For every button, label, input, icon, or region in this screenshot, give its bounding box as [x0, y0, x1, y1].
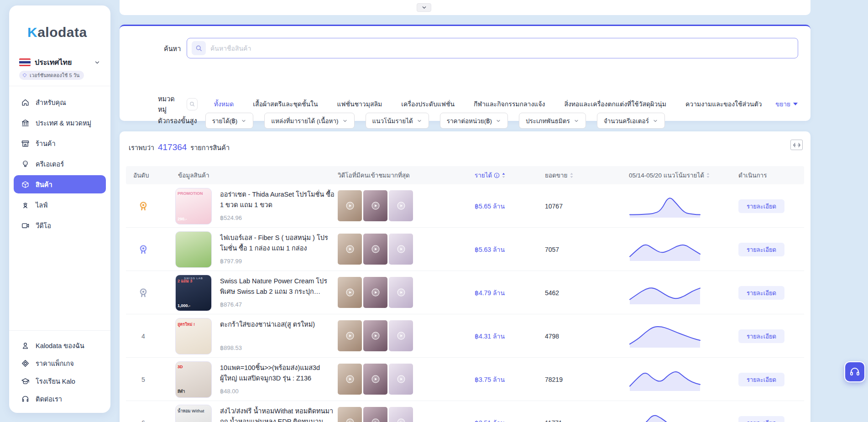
sidebar-item[interactable]: สินค้า — [14, 175, 106, 193]
category-tab[interactable]: กีฬาและกิจกรรมกลางแจ้ง — [474, 99, 545, 109]
detail-button[interactable]: รายละเอียด — [738, 199, 784, 213]
user-icon — [21, 341, 30, 350]
product-image[interactable]: SWISS LAB2 แถม 31,000.- — [175, 275, 212, 311]
sidebar-item[interactable]: สำหรับคุณ — [14, 93, 106, 111]
category-tab[interactable]: แฟชั่นชาวมุสลิม — [337, 99, 382, 109]
product-image[interactable] — [175, 231, 212, 268]
category-tab[interactable]: เสื้อผ้าสตรีและชุดชั้นใน — [253, 99, 318, 109]
category-label: หมวดหมู่ — [158, 94, 180, 115]
product-image[interactable]: สูตรใหม่ ! — [175, 318, 212, 354]
video-icon — [21, 221, 30, 230]
sidebar-item[interactable]: วีดีโอ — [14, 216, 106, 234]
video-thumbnail[interactable] — [389, 364, 413, 395]
sidebar-footer-item[interactable]: โรงเรียน Kalo — [14, 372, 106, 390]
detail-button[interactable]: รายละเอียด — [738, 416, 784, 422]
sidebar-item-label: ติดต่อเรา — [36, 394, 62, 404]
revenue-trend-sparkline — [628, 236, 702, 262]
product-price: ฿48.00 — [220, 388, 239, 395]
category-tab[interactable]: ความงามและของใช้ส่วนตัว — [685, 99, 762, 109]
sidebar-menu: สำหรับคุณประเทศ & หมวดหมู่ร้านค้าครีเอเต… — [14, 93, 106, 237]
video-thumbnail[interactable] — [363, 234, 387, 265]
video-thumbnail[interactable] — [363, 364, 387, 395]
sidebar-item-label: ร้านค้า — [36, 138, 56, 149]
product-price: ฿797.99 — [220, 258, 242, 265]
header-revenue[interactable]: รายได้ — [475, 166, 506, 184]
collapse-button[interactable] — [417, 3, 431, 12]
video-thumbnail[interactable] — [363, 407, 387, 422]
category-tab[interactable]: สิ่งทอและเครื่องตกแต่งที่ใช้วัสดุผิวนุ่ม — [564, 99, 666, 109]
detail-button[interactable]: รายละเอียด — [738, 373, 784, 386]
video-thumbnail[interactable] — [338, 277, 362, 308]
sort-icon[interactable] — [570, 172, 574, 178]
category-row: หมวดหมู่ ทั้งหมดเสื้อผ้าสตรีและชุดชั้นใน… — [158, 94, 804, 115]
advanced-filter-dropdown[interactable]: ประเภทพันธมิตร — [519, 113, 586, 129]
video-thumbnail[interactable] — [338, 190, 362, 221]
video-thumbnail[interactable] — [389, 234, 413, 265]
sidebar-item[interactable]: ครีเอเตอร์ — [14, 155, 106, 173]
expand-table-button[interactable] — [790, 140, 803, 150]
sort-icon[interactable] — [502, 172, 506, 178]
contact-fab-button[interactable] — [844, 361, 865, 382]
category-tab[interactable]: เครื่องประดับแฟชั่น — [401, 99, 455, 109]
detail-button[interactable]: รายละเอียด — [738, 329, 784, 343]
product-title[interactable]: ส่งไว/ส่งฟรี น้ำหอมWithat หอมติดทนมา กก … — [220, 406, 335, 422]
category-search-button[interactable] — [187, 98, 198, 110]
video-thumbnail[interactable] — [338, 364, 362, 395]
trial-badge-label: เวอร์ชันทดลองใช้ 5 วัน — [30, 71, 79, 79]
video-thumbnail[interactable] — [338, 320, 362, 351]
filter-panel: ค้นหา หมวดหมู่ ทั้งหมดเสื้อผ้าสตรีและชุด… — [120, 25, 810, 121]
product-title[interactable]: ไฟเบอร์เอส - Fiber S ( บอสหนุ่ม ) โปรโมช… — [220, 233, 335, 254]
sidebar-footer-item[interactable]: ราคาแพ็กเกจ — [14, 354, 106, 372]
sidebar-item[interactable]: ร้านค้า — [14, 134, 106, 152]
video-thumbnail[interactable] — [389, 320, 413, 351]
product-title[interactable]: ออร่าเซต - Thida AuraSet โปรโมชั่น ซื้อ … — [220, 189, 335, 210]
sidebar-footer-item[interactable]: ติดต่อเรา — [14, 390, 106, 407]
advanced-filter-dropdown[interactable]: ราคาต่อหน่วย(฿) — [440, 113, 508, 129]
sidebar-footer-menu: Kalodata ของฉันราคาแพ็กเกจโรงเรียน Kaloต… — [14, 337, 106, 408]
sort-icon[interactable] — [706, 172, 710, 178]
play-icon — [371, 201, 380, 210]
video-thumbnails — [338, 320, 413, 351]
sales-value: 78219 — [545, 358, 563, 401]
product-title[interactable]: Swiss Lab Nature Power Cream โปรพิเศษ Sw… — [220, 276, 335, 297]
advanced-filter-dropdown[interactable]: รายได้(฿) — [205, 113, 254, 129]
video-thumbnail[interactable] — [389, 277, 413, 308]
advanced-filter-dropdown[interactable]: จำนวนครีเอเตอร์ — [597, 113, 665, 129]
sidebar-item[interactable]: ไลฟ์ — [14, 196, 106, 214]
search-label: ค้นหา — [164, 43, 181, 54]
expand-categories-link[interactable]: ขยาย — [775, 99, 798, 109]
chevron-down-icon — [94, 59, 100, 66]
detail-button[interactable]: รายละเอียด — [738, 243, 784, 256]
product-image[interactable]: 3Dสีดำ — [175, 361, 212, 398]
country-selector[interactable]: ประเทศไทย — [19, 57, 100, 68]
video-thumbnail[interactable] — [389, 190, 413, 221]
product-image[interactable]: น้ำหอม Withat — [175, 405, 212, 422]
header-rank: อันดับ — [133, 166, 149, 184]
video-thumbnail[interactable] — [363, 190, 387, 221]
advanced-filter-dropdown[interactable]: แนวโน้มรายได้ — [366, 113, 429, 129]
trend-cell — [628, 279, 702, 306]
video-thumbnail[interactable] — [338, 234, 362, 265]
product-title[interactable]: 10แพค=100ชิ้น>>(พร้อมส่ง)แมส3d ผู้ใหญ่ แ… — [220, 363, 335, 384]
product-image-subtext: 290.- — [178, 217, 187, 221]
video-thumbnail[interactable] — [363, 277, 387, 308]
advanced-filter-dropdown[interactable]: แหล่งที่มารายได้ (เนื้อหา) — [264, 113, 354, 129]
video-thumbnail[interactable] — [338, 407, 362, 422]
video-thumbnail[interactable] — [389, 407, 413, 422]
category-tab[interactable]: ทั้งหมด — [214, 99, 234, 109]
product-title[interactable]: ตะกร้าใส่ของชาน่าเอส(สู ตรใหม่) — [220, 319, 335, 330]
header-trend[interactable]: 05/14-05/20 แนวโน้มรายได้ — [629, 166, 710, 184]
header-sales[interactable]: ยอดขาย — [545, 166, 574, 184]
product-image[interactable]: PROMOTION290.- — [175, 188, 212, 224]
collapse-strip — [120, 0, 810, 15]
sidebar-footer-item[interactable]: Kalodata ของฉัน — [14, 337, 106, 354]
video-thumbnails — [338, 364, 413, 395]
video-thumbnail[interactable] — [363, 320, 387, 351]
trial-badge: เวอร์ชันทดลองใช้ 5 วัน — [19, 71, 84, 80]
result-count-row: เราพบว่า 417364 รายการสินค้า — [129, 142, 230, 153]
detail-button[interactable]: รายละเอียด — [738, 286, 784, 300]
filter-label: ราคาต่อหน่วย(฿) — [447, 116, 492, 126]
search-input[interactable] — [210, 45, 793, 52]
kalodata-logo[interactable]: Kalodata — [27, 25, 87, 40]
sidebar-item[interactable]: ประเทศ & หมวดหมู่ — [14, 114, 106, 132]
